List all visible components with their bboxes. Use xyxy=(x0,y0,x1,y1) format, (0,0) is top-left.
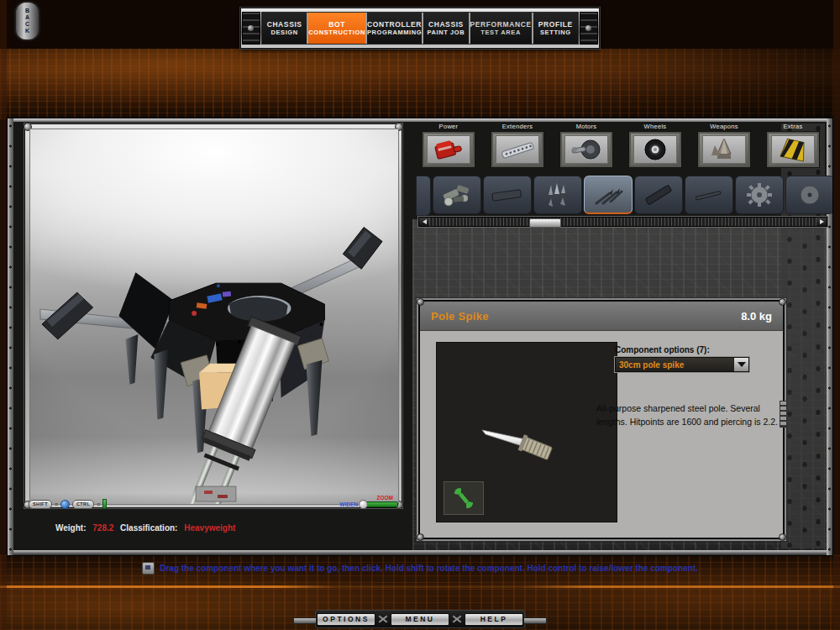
category-motors[interactable]: Motors xyxy=(552,120,621,172)
dropdown-selected-value: 30cm pole spike xyxy=(616,358,733,371)
back-button[interactable]: BACK xyxy=(14,1,40,41)
tab-bar-right-endcap xyxy=(580,12,598,45)
scrollbar-thumb[interactable] xyxy=(529,218,561,228)
thumbnail-partial-left[interactable] xyxy=(416,176,431,216)
component-options-label: Component options (7): xyxy=(615,345,710,354)
x-bracket-icon xyxy=(379,613,387,625)
customize-wrench-button[interactable] xyxy=(444,481,484,515)
thumbnail-parts-cluster[interactable] xyxy=(433,176,481,214)
thumbnail-gear[interactable] xyxy=(735,176,784,214)
raise-lower-icon xyxy=(102,499,107,509)
tab-controller-programming[interactable]: CONTROLLER PROGRAMMING xyxy=(365,13,422,44)
viewport-canvas[interactable] xyxy=(29,129,399,505)
zoom-control: WIDEN ZOOM xyxy=(339,501,398,507)
circuit-texture-top xyxy=(0,49,840,119)
zoom-slider-thumb[interactable] xyxy=(359,500,368,509)
shift-key-button[interactable]: SHIFT xyxy=(29,500,52,509)
back-button-label: BACK xyxy=(24,8,30,34)
window-frame-left xyxy=(8,118,13,555)
weight-value: 728.2 xyxy=(92,523,113,533)
spike-weapon-icon xyxy=(702,135,746,164)
category-extras[interactable]: Extras xyxy=(759,120,827,172)
category-power[interactable]: Power xyxy=(414,120,483,172)
screw-icon xyxy=(779,533,786,541)
screw-icon xyxy=(417,298,424,306)
window-frame-bottom xyxy=(8,550,832,555)
tab-bot-construction[interactable]: BOT CONSTRUCTION xyxy=(307,13,365,44)
tab-chassis-paint-job[interactable]: CHASSIS PAINT JOB xyxy=(422,13,468,44)
component-weight: 8.0 kg xyxy=(741,310,772,323)
component-categories: Power Extenders xyxy=(414,120,827,172)
wheel-icon xyxy=(633,135,677,164)
thumbnail-scrollbar[interactable] xyxy=(418,217,827,227)
thumbnail-pole-spikes-selected[interactable] xyxy=(584,176,633,214)
detail-panel-header: Pole Spike 8.0 kg xyxy=(420,302,783,331)
bot-construction-window: SHIFT = CTRL = WIDEN ZOOM Weight: 728.2 … xyxy=(7,118,833,556)
menu-button[interactable]: MENU xyxy=(391,613,449,626)
component-title: Pole Spike xyxy=(431,310,489,323)
component-preview-box[interactable] xyxy=(436,342,617,522)
rotate-icon xyxy=(60,500,70,509)
battery-icon xyxy=(427,135,470,164)
thumbnail-flat-bar[interactable] xyxy=(483,176,532,214)
thumbnail-disc[interactable] xyxy=(785,176,833,214)
chevron-down-icon xyxy=(738,362,746,367)
widen-label: WIDEN xyxy=(339,501,358,507)
component-thumbnail-row xyxy=(416,174,833,216)
main-tab-bar: CHASSIS DESIGN BOT CONSTRUCTION CONTROLL… xyxy=(240,8,600,49)
tab-bar-left-endcap xyxy=(242,12,260,45)
tabs-row: CHASSIS DESIGN BOT CONSTRUCTION CONTROLL… xyxy=(261,12,579,45)
component-hint-icon xyxy=(142,562,155,575)
classification-label: Classification: xyxy=(120,523,177,533)
component-detail-panel: Pole Spike 8.0 kg xyxy=(418,300,785,539)
help-button[interactable]: HELP xyxy=(465,613,523,626)
scroll-left-arrow-icon[interactable] xyxy=(419,218,429,226)
pole-spike-preview xyxy=(477,408,578,467)
category-wheels[interactable]: Wheels xyxy=(621,120,690,172)
extender-bar-icon xyxy=(496,135,539,164)
dropdown-button[interactable] xyxy=(733,358,748,371)
thumbnail-thick-rod[interactable] xyxy=(634,176,683,214)
component-options-dropdown[interactable]: 30cm pole spike xyxy=(615,357,749,372)
screw-icon xyxy=(779,298,786,306)
robot-model xyxy=(30,129,398,504)
thumbnail-thin-rod[interactable] xyxy=(685,176,733,214)
hazard-plate-icon xyxy=(771,135,815,164)
hint-text: Drag the component where you want it to … xyxy=(160,564,698,573)
equals-separator: = xyxy=(97,501,100,507)
motor-icon xyxy=(564,135,608,164)
tab-profile-setting[interactable]: PROFILE SETTING xyxy=(532,13,578,44)
tab-performance-test-area[interactable]: PERFORMANCE TEST AREA xyxy=(469,13,532,44)
orange-stripe xyxy=(0,585,840,588)
zoom-label: ZOOM xyxy=(377,495,394,501)
bot-status-line: Weight: 728.2 Classification: Heavyweigh… xyxy=(55,523,239,533)
tab-chassis-design[interactable]: CHASSIS DESIGN xyxy=(262,13,307,44)
ctrl-key-button[interactable]: CTRL xyxy=(72,500,94,509)
zoom-slider[interactable] xyxy=(360,501,398,507)
bot-viewport[interactable]: SHIFT = CTRL = WIDEN ZOOM xyxy=(24,123,402,508)
classification-value: Heavyweight xyxy=(184,523,235,533)
footer-menu-bar: OPTIONS MENU HELP xyxy=(315,610,525,628)
x-bracket-icon xyxy=(453,613,461,625)
thumbnail-spike-strip[interactable] xyxy=(533,176,582,214)
hint-bar: Drag the component where you want it to … xyxy=(0,561,840,575)
wrench-icon xyxy=(451,487,476,509)
screw-icon xyxy=(417,533,424,541)
scroll-right-arrow-icon[interactable] xyxy=(816,218,827,226)
category-weapons[interactable]: Weapons xyxy=(690,120,759,172)
equals-separator: = xyxy=(55,501,58,507)
weight-label: Weight: xyxy=(55,523,86,533)
component-description: All-purpose sharpened steel pole. Severa… xyxy=(596,402,781,429)
category-extenders[interactable]: Extenders xyxy=(483,120,552,172)
options-button[interactable]: OPTIONS xyxy=(317,613,375,626)
viewport-control-strip: SHIFT = CTRL = WIDEN ZOOM xyxy=(29,498,398,510)
